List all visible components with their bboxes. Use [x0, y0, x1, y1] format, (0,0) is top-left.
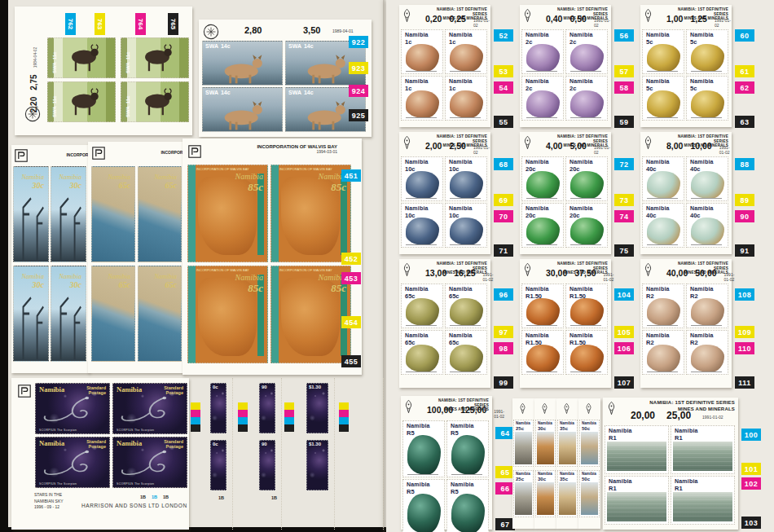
stamp-namibia-20c: Namibia20c	[521, 203, 564, 248]
mineral-specimen-image	[647, 345, 680, 372]
stamp-country-label: SWA	[52, 62, 57, 73]
control-number: 63	[740, 118, 749, 126]
stamp-caption-line	[406, 71, 437, 72]
control-number-tab-yellow: 89	[735, 194, 754, 206]
margin-price-b: 5,00	[570, 141, 586, 151]
colour-patch-cyan	[339, 417, 349, 424]
scanned-stamp-album-photo: { "album": {"bg": "#e9e6de", "cover": "#…	[0, 0, 774, 532]
stamp-country-label: Namibia	[675, 478, 698, 484]
mineral-specimen-image	[406, 218, 439, 245]
issue-date: 1991-01-02	[702, 415, 723, 420]
stamp-walvis-30c: Namibia30c	[51, 166, 86, 262]
colour-patch-magenta	[191, 410, 200, 417]
margin-price-b: 16,25	[454, 268, 475, 278]
stamp-country-label: Namibia	[690, 205, 714, 211]
stamp-value-label: 25c	[516, 477, 524, 481]
stamp-country-label: Namibia	[646, 32, 670, 37]
mineral-specimen-image	[450, 44, 483, 72]
mineral-specimen-image	[451, 435, 485, 475]
mineral-specimen-image	[570, 171, 604, 199]
stamp-subject-caption: SCORPIUS The Scorpion	[117, 429, 154, 432]
stamp-namibia-R2: NamibiaR2	[686, 330, 728, 375]
stamp-namibia-10c: Namibia10c	[401, 203, 443, 248]
colour-patch-cyan	[238, 417, 248, 424]
stamp-namibia-R2: NamibiaR2	[686, 284, 728, 328]
stamp-value-label: R5	[407, 429, 415, 437]
stamp-walvis-85c: INCORPORATION OF WALVIS BAYNamibia85c	[187, 165, 268, 262]
stamp-caption-line	[526, 198, 557, 199]
stamp-value-label: 25c	[516, 426, 524, 431]
wildebeest-image	[61, 43, 107, 74]
stamp-country-label: Namibia	[582, 421, 596, 425]
control-number: 923	[352, 64, 366, 73]
control-number: 70	[499, 213, 508, 221]
mineral-specimen-image	[570, 218, 604, 245]
stamp-country-label: Namibia	[405, 159, 429, 165]
control-number-tab-yellow: 69	[494, 194, 513, 206]
control-number-tab-yellow: 61	[735, 65, 754, 77]
mineral-specimen-image	[450, 345, 483, 372]
nampost-emblem-icon	[540, 402, 548, 417]
control-number-tab-black: 91	[735, 244, 754, 257]
nampost-emblem-icon	[188, 145, 201, 161]
control-number: 764	[137, 19, 144, 29]
stamp-country-label: Namibia	[609, 428, 632, 433]
margin-price-a: 30,00	[546, 268, 567, 278]
stamp-country-label: Namibia	[646, 332, 670, 338]
stamp-value-label: 2c	[526, 38, 532, 46]
colour-patch-yellow	[238, 402, 248, 410]
control-number: 452	[345, 255, 358, 263]
stamp-namibia-1c: Namibia1c	[401, 76, 443, 121]
stamp-namibia-5c: Namibia5c	[686, 29, 728, 74]
control-number: 60	[740, 32, 749, 40]
cmyk-colour-bar	[191, 402, 200, 432]
stamp-namibia-R5: NamibiaR5	[446, 420, 489, 477]
nampost-emblem-icon	[522, 135, 533, 153]
mineral-specimen-image	[691, 218, 724, 245]
stamp-caption-line	[450, 244, 481, 245]
stamp-value-label: 35c	[560, 426, 568, 431]
stamp-value-label: 11c	[52, 96, 57, 104]
issue-date: 1991-01-02	[719, 145, 732, 155]
stamp-namibia-R1: NamibiaR1	[671, 476, 735, 525]
mine-aerial-view-image	[607, 492, 666, 521]
plate-number-mark: 1B	[163, 495, 169, 499]
control-number-tab-magenta: 54	[494, 81, 513, 94]
stamp-value-label: 5c	[690, 85, 697, 92]
harbour-cranes-image	[53, 191, 84, 260]
mineral-specimen-image	[450, 298, 483, 326]
nampost-emblem-icon	[15, 149, 28, 165]
mineral-block-sheet-40c: NAMIBIA: 1ST DEFINITIVE SERIESMINES AND …	[640, 132, 732, 254]
margin-issue-date: 1984-04-02	[33, 47, 37, 68]
stamp-walvis-30c: Namibia30c	[13, 266, 49, 362]
stamp-caption-line	[570, 325, 601, 326]
stamp-country-label: Namibia	[690, 159, 714, 165]
stamp-title-line: INCORPORATION OF WALVIS BAY	[279, 268, 332, 272]
control-number: 75	[619, 247, 628, 255]
control-number-tab-cyan: 88	[735, 158, 754, 170]
mineral-block-sheet-1c: NAMIBIA: 1ST DEFINITIVE SERIESMINES AND …	[399, 5, 490, 127]
stamp-value-label: 5c	[690, 38, 697, 46]
control-number-tab-black: 107	[614, 376, 634, 389]
mineral-block-sheet-R1.50: NAMIBIA: 1ST DEFINITIVE SERIESMINES AND …	[520, 259, 611, 388]
mineral-block-sheet-20c: NAMIBIA: 1ST DEFINITIVE SERIESMINES AND …	[520, 132, 611, 254]
stamp-namibia-2c: Namibia2c	[565, 29, 608, 74]
stamp-caption-line	[570, 71, 601, 72]
mineral-specimen-image	[647, 44, 680, 72]
stamp-value-label: 2c	[526, 85, 532, 92]
walvis-sheet-85c: INCORPORATION OF WALVIS BAY1994-03-01INC…	[183, 138, 362, 375]
stamp-value-label: R5	[451, 429, 459, 437]
sheet-margin-values: 0,200,251991-01-02	[425, 14, 490, 28]
mineral-specimen-image	[647, 218, 680, 245]
control-number: 455	[345, 358, 358, 366]
sheet-margin-values: 30,0037,501991-01-02	[546, 268, 613, 282]
control-number: 762	[67, 19, 74, 29]
sheet-header: INCORPORATION OF WALVIS BAY1994-03-01	[257, 144, 337, 154]
stamp-caption-line	[406, 372, 437, 372]
stamp-gold-inscription: Namibia85c	[235, 172, 263, 194]
stamp-country-label: Namibia	[646, 205, 670, 211]
control-number-tab-black: 925	[349, 109, 368, 121]
sheet-margin-values: 2,002,501991-01-02	[425, 141, 490, 155]
stamp-value-label: 65c	[154, 280, 177, 289]
stamp-country-label: Namibia	[526, 32, 549, 37]
